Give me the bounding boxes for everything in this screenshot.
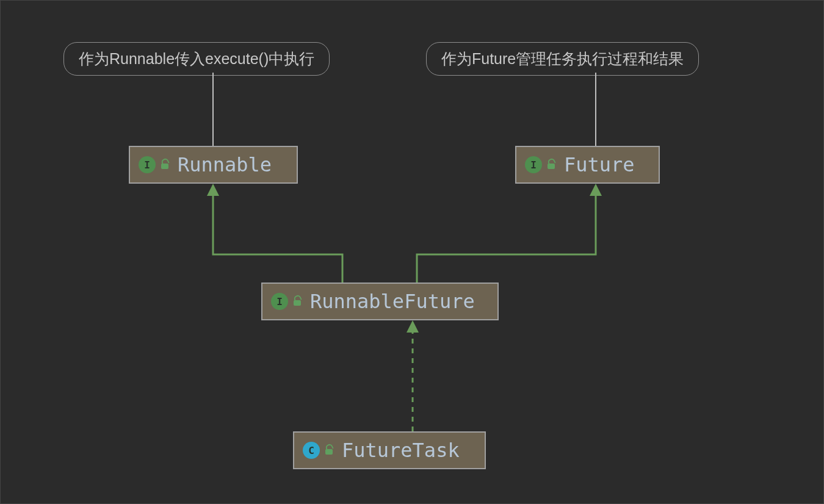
diagram-canvas: 作为Runnable传入execute()中执行 作为Future管理任务执行过… (0, 0, 824, 504)
interface-icon: I (271, 293, 288, 310)
class-icon: C (303, 442, 320, 459)
class-name: FutureTask (342, 439, 460, 462)
interface-future: I Future (515, 146, 660, 184)
svg-marker-0 (207, 184, 219, 196)
note-runnable: 作为Runnable传入execute()中执行 (63, 42, 330, 76)
connectors: RunnableFuture (realization, dashed) --> (1, 1, 824, 504)
interface-runnablefuture: I RunnableFuture (261, 283, 499, 320)
lock-icon (293, 297, 302, 306)
interface-name: RunnableFuture (310, 290, 475, 313)
lock-icon (547, 160, 555, 169)
svg-marker-2 (407, 320, 419, 333)
interface-icon: I (525, 156, 542, 173)
interface-name: Runnable (178, 153, 272, 176)
interface-runnable: I Runnable (129, 146, 298, 184)
class-futuretask: C FutureTask (293, 431, 486, 469)
svg-marker-1 (590, 184, 602, 196)
interface-name: Future (564, 153, 635, 176)
interface-icon: I (139, 156, 156, 173)
note-future: 作为Future管理任务执行过程和结果 (426, 42, 699, 76)
lock-icon (161, 160, 169, 169)
lock-icon (325, 446, 333, 455)
